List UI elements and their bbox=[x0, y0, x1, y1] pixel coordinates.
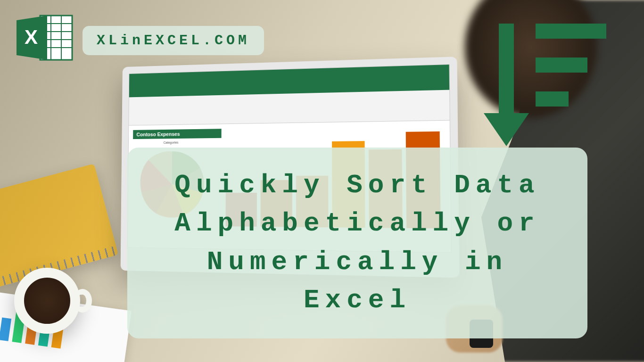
svg-rect-11 bbox=[536, 58, 587, 73]
excel-ribbon bbox=[129, 77, 450, 126]
coffee-cup bbox=[14, 268, 80, 334]
svg-marker-14 bbox=[484, 113, 529, 146]
svg-rect-10 bbox=[536, 24, 606, 39]
title-line-3: Numerically in Excel bbox=[207, 247, 508, 315]
coffee-liquid bbox=[21, 275, 73, 327]
title-text: Quickly Sort Data Alphabetically or Nume… bbox=[151, 166, 564, 320]
site-name-badge: XLinEXCEL.COM bbox=[83, 26, 264, 55]
title-line-1: Quickly Sort Data bbox=[174, 170, 540, 200]
svg-rect-13 bbox=[499, 24, 514, 123]
sort-descending-icon bbox=[474, 14, 606, 151]
sheet-title: Contoso Expenses bbox=[133, 129, 222, 139]
svg-text:X: X bbox=[25, 26, 38, 48]
cup-handle bbox=[73, 289, 92, 313]
title-line-2: Alphabetically or bbox=[174, 208, 540, 239]
svg-rect-12 bbox=[536, 91, 569, 107]
title-overlay: Quickly Sort Data Alphabetically or Nume… bbox=[127, 148, 587, 338]
excel-logo-icon: X bbox=[14, 12, 75, 64]
